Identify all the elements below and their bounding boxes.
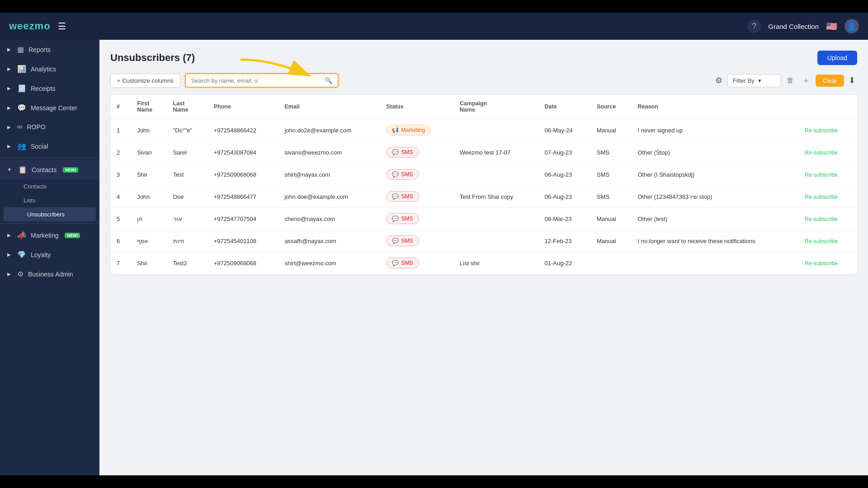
cell-action[interactable]: Re-subscribe xyxy=(798,164,857,186)
status-badge: 💬 SMS xyxy=(386,169,419,180)
cell-campaign-name xyxy=(453,230,538,252)
chevron-right-icon: ▶ xyxy=(7,47,11,52)
cell-source: Manual xyxy=(590,230,632,252)
cell-campaign-name xyxy=(453,208,538,230)
sidebar-item-contacts[interactable]: ▼ 📋 Contacts NEW! xyxy=(0,160,99,179)
cell-campaign-name xyxy=(453,119,538,141)
sidebar-item-label: Business Admin xyxy=(28,271,73,278)
cell-action[interactable]: Re-subscribe xyxy=(798,252,857,274)
sidebar-item-analytics[interactable]: ▶ 📊 Analytics xyxy=(0,59,99,79)
unsubscribers-table: # FirstName LastName Phone Email Status … xyxy=(110,95,857,274)
cell-reason: I no longer want to receive these notifi… xyxy=(631,230,798,252)
cell-first-name: Shir xyxy=(131,252,166,274)
sidebar-sub-unsubscribers[interactable]: Unsubscribers xyxy=(4,207,96,221)
cell-phone: +972543087084 xyxy=(208,141,278,164)
sidebar-item-label: Marketing xyxy=(31,232,58,239)
cell-action[interactable]: Re-subscribe xyxy=(798,141,857,164)
sidebar-sub-lists[interactable]: Lists xyxy=(0,193,99,207)
col-action xyxy=(798,95,857,119)
cell-status: 💬 SMS xyxy=(380,164,453,186)
col-reason: Reason xyxy=(631,95,798,119)
cell-reason xyxy=(631,252,798,274)
search-box[interactable]: 🔍 xyxy=(185,73,339,88)
sidebar-item-social[interactable]: ▶ 👥 Social xyxy=(0,136,99,156)
resubscribe-link[interactable]: Re-subscribe xyxy=(805,127,838,134)
navbar-right: ? Grand Collection 🇺🇸 👤 xyxy=(747,19,859,33)
col-email: Email xyxy=(278,95,380,119)
cell-email: cheno@nayax.com xyxy=(278,208,380,230)
cell-phone: +972509068068 xyxy=(208,164,278,186)
clear-button[interactable]: Clear xyxy=(816,75,844,87)
table-header-row: # FirstName LastName Phone Email Status … xyxy=(110,95,857,119)
resubscribe-link[interactable]: Re-subscribe xyxy=(805,194,838,200)
sidebar-item-label: Message Center xyxy=(31,104,77,112)
sidebar-item-reports[interactable]: ▶ ▦ Reports xyxy=(0,40,99,59)
sidebar-item-message-center[interactable]: ▶ 💬 Message Center xyxy=(0,98,99,117)
status-badge: 💬 SMS xyxy=(386,235,419,246)
cell-phone: +972548866477 xyxy=(208,186,278,208)
sidebar-item-marketing[interactable]: ▶ 📣 Marketing NEW! xyxy=(0,225,99,245)
cell-num: 5 xyxy=(110,208,131,230)
resubscribe-link[interactable]: Re-subscribe xyxy=(805,260,838,267)
chevron-right-icon: ▶ xyxy=(7,86,11,91)
sidebar-item-receipts[interactable]: ▶ 🧾 Receipts xyxy=(0,79,99,98)
col-status: Status xyxy=(380,95,453,119)
resubscribe-link[interactable]: Re-subscribe xyxy=(805,150,838,156)
business-admin-icon: ⚙ xyxy=(17,270,24,278)
add-filter-button[interactable]: ＋ xyxy=(799,73,813,88)
chevron-down-icon: ▼ xyxy=(7,167,12,172)
cell-action[interactable]: Re-subscribe xyxy=(798,230,857,252)
cell-email: shirt@nayax.com xyxy=(278,164,380,186)
status-badge: 💬 SMS xyxy=(386,258,419,268)
customize-columns-button[interactable]: + Customize columns xyxy=(110,74,180,88)
download-button[interactable]: ⬇ xyxy=(847,74,857,87)
status-icon: 💬 xyxy=(392,171,399,178)
main-content: Unsubscribers (7) Upload + Customize col… xyxy=(99,40,868,475)
cell-action[interactable]: Re-subscribe xyxy=(798,186,857,208)
sidebar-sub-contacts[interactable]: Contacts xyxy=(0,179,99,193)
sidebar-item-ropo[interactable]: ▶ ∞ ROPO xyxy=(0,117,99,136)
status-icon: 💬 xyxy=(392,193,399,200)
analytics-icon: 📊 xyxy=(17,65,26,73)
user-avatar[interactable]: 👤 xyxy=(844,19,859,33)
chevron-right-icon: ▶ xyxy=(7,66,11,71)
resubscribe-link[interactable]: Re-subscribe xyxy=(805,238,838,244)
table-row: 3 Shir Test +972509068068 shirt@nayax.co… xyxy=(110,164,857,186)
sidebar-item-label: Analytics xyxy=(31,66,56,73)
col-date: Date xyxy=(538,95,590,119)
cell-first-name: Sivan xyxy=(131,141,166,164)
cell-last-name: Doe xyxy=(167,186,208,208)
marketing-icon: 📣 xyxy=(17,231,26,239)
status-icon: 📢 xyxy=(392,127,399,133)
receipts-icon: 🧾 xyxy=(17,84,26,93)
filter-by-dropdown[interactable]: Filter By ▾ xyxy=(727,74,781,87)
toolbar-wrapper: + Customize columns 🔍 ⚙ Filter By ▾ 🗑 ＋ … xyxy=(110,73,857,88)
help-icon[interactable]: ? xyxy=(747,19,761,33)
brand-name: Grand Collection xyxy=(768,23,819,30)
sidebar-item-loyalty[interactable]: ▶ 💎 Loyalty xyxy=(0,245,99,264)
resubscribe-link[interactable]: Re-subscribe xyxy=(805,172,838,178)
delete-filter-button[interactable]: 🗑 xyxy=(784,75,797,86)
black-bar-top xyxy=(0,0,868,13)
cell-action[interactable]: Re-subscribe xyxy=(798,208,857,230)
message-center-icon: 💬 xyxy=(17,103,26,112)
sidebar-item-business-admin[interactable]: ▶ ⚙ Business Admin xyxy=(0,264,99,284)
cell-source xyxy=(590,252,632,274)
cell-date: 06-Aug-23 xyxy=(538,186,590,208)
cell-action[interactable]: Re-subscribe xyxy=(798,119,857,141)
menu-icon[interactable]: ☰ xyxy=(58,21,66,32)
cell-reason: Other (Stop) xyxy=(631,141,798,164)
search-input[interactable] xyxy=(191,77,321,84)
sidebar-item-label: Reports xyxy=(28,46,51,53)
cell-first-name: John xyxy=(131,186,166,208)
upload-button[interactable]: Upload xyxy=(817,51,857,65)
cell-status: 💬 SMS xyxy=(380,186,453,208)
table-row: 6 אסף חיות +972545401108 assafh@nayax.co… xyxy=(110,230,857,252)
language-flag[interactable]: 🇺🇸 xyxy=(826,21,837,32)
cell-source: Manual xyxy=(590,119,632,141)
filter-icon-button[interactable]: ⚙ xyxy=(713,74,724,87)
ropo-icon: ∞ xyxy=(17,123,22,131)
sidebar-item-label: ROPO xyxy=(27,123,45,131)
cell-date: 01-Aug-22 xyxy=(538,252,590,274)
resubscribe-link[interactable]: Re-subscribe xyxy=(805,216,838,222)
